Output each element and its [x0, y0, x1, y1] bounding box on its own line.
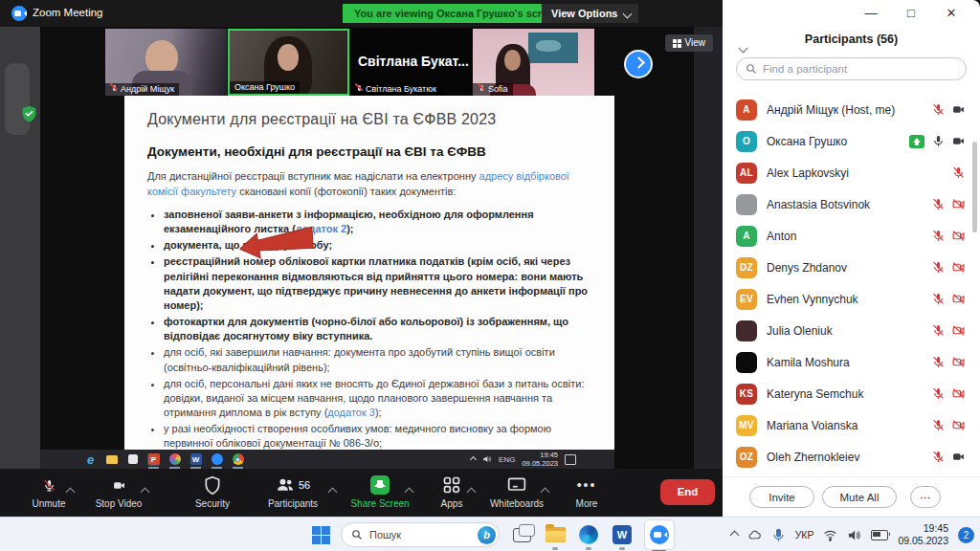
- participant-row[interactable]: Anastasia Botsvinok: [723, 188, 980, 220]
- list-item: у разі необхідності створення особливих …: [164, 422, 591, 451]
- video-tile-andrii[interactable]: Андрій Міщук: [105, 29, 227, 96]
- participant-row[interactable]: Kamila Moshura: [723, 346, 980, 378]
- panel-more-button[interactable]: ⋯: [910, 486, 941, 508]
- share-options-chevron[interactable]: [406, 482, 412, 499]
- participants-button[interactable]: 56 Participants: [255, 475, 331, 509]
- participant-row[interactable]: AL Alex Lapkovskyi: [723, 157, 980, 188]
- volume-icon[interactable]: [847, 528, 861, 542]
- wall-painting: [528, 33, 578, 63]
- viewing-screen-banner: You are viewing Оксана Грушко's screen: [343, 4, 571, 23]
- participant-row[interactable]: Julia Oleniuk: [723, 315, 980, 346]
- file-explorer-button[interactable]: [544, 523, 567, 546]
- powerpoint-icon[interactable]: P: [147, 453, 160, 466]
- taskbar-search-box[interactable]: Пошук b: [341, 522, 500, 547]
- participant-row[interactable]: O Оксана Грушко: [723, 125, 980, 157]
- participant-row[interactable]: MV Mariana Voianska: [723, 409, 980, 441]
- edge-button[interactable]: [577, 523, 600, 546]
- muted-mic-icon: [932, 198, 945, 210]
- maximize-button[interactable]: □: [897, 0, 925, 27]
- list-item: для осіб, які завершили навчання: докуме…: [164, 345, 591, 374]
- muted-mic-icon: [932, 261, 945, 274]
- taskbar-clock[interactable]: 19:4509.05.2023: [898, 522, 948, 547]
- end-meeting-button[interactable]: End: [660, 479, 715, 505]
- onedrive-cloud-icon[interactable]: [747, 528, 762, 542]
- screen-sharing-icon: [909, 135, 924, 148]
- video-tile-oksana-active[interactable]: Оксана Грушко: [228, 29, 349, 96]
- avatar: A: [736, 99, 757, 121]
- video-name-label: Світлана Букатюк: [350, 83, 441, 96]
- muted-mic-icon: [932, 419, 945, 431]
- muted-mic-icon: [478, 85, 485, 95]
- security-button[interactable]: Security: [174, 475, 251, 509]
- camera-off-icon: [952, 293, 965, 305]
- hidden-icons-chevron[interactable]: [729, 530, 739, 540]
- share-screen-icon: [370, 475, 390, 495]
- avatar: AL: [736, 163, 757, 184]
- shared-language-indicator[interactable]: ENG: [499, 455, 515, 464]
- word-button[interactable]: W: [611, 523, 634, 546]
- start-button[interactable]: [312, 526, 330, 544]
- edge-legacy-icon[interactable]: e: [84, 453, 97, 466]
- whiteboards-options-chevron[interactable]: [542, 482, 548, 499]
- more-dots-icon: •••: [577, 477, 597, 493]
- list-item: реєстраційний номер облікової картки пла…: [164, 254, 591, 313]
- participant-row[interactable]: OZ Oleh Zhernokleiev: [723, 441, 980, 473]
- chevron-right-icon: [633, 56, 645, 69]
- panel-scrollbar[interactable]: [972, 142, 977, 232]
- muted-mic-icon: [952, 166, 965, 179]
- notification-badge[interactable]: 2: [958, 527, 974, 543]
- battery-icon[interactable]: [871, 530, 888, 540]
- video-tile-sofia[interactable]: Sofia: [473, 29, 594, 96]
- language-indicator[interactable]: УКР: [795, 529, 814, 540]
- participant-row[interactable]: EV Evhen Vynnychuk: [723, 283, 980, 315]
- camera-off-icon: [952, 261, 965, 274]
- participant-name: Kateryna Semchuk: [767, 387, 923, 401]
- avatar: O: [736, 131, 757, 152]
- mic-in-use-icon[interactable]: [771, 528, 786, 542]
- video-options-chevron[interactable]: [142, 482, 148, 499]
- participant-row[interactable]: A Anton: [723, 220, 980, 252]
- audio-options-chevron[interactable]: [67, 482, 74, 499]
- find-participant-input[interactable]: Find a participant: [736, 57, 967, 80]
- view-layout-button[interactable]: View: [665, 34, 714, 52]
- video-tile-svitlana[interactable]: Світлана Букат... Світлана Букатюк: [350, 29, 472, 96]
- chrome-icon[interactable]: [232, 453, 244, 466]
- document-intro: Для дистанційної реєстрації вступник має…: [147, 169, 591, 200]
- list-item: для осіб, персональні дані яких не внося…: [164, 377, 591, 421]
- participant-row[interactable]: KS Kateryna Semchuk: [723, 378, 980, 409]
- participant-row[interactable]: A Андрій Міщук (Host, me): [723, 94, 980, 125]
- participants-title: Participants (56): [723, 33, 980, 46]
- zoom-icon[interactable]: [211, 453, 223, 466]
- more-button[interactable]: ••• More: [548, 475, 625, 509]
- participants-panel: Participants (56) Find a participant A А…: [723, 27, 980, 517]
- minimize-button[interactable]: —: [857, 0, 885, 27]
- zoom-taskbar-button-active[interactable]: [644, 519, 675, 550]
- word-icon[interactable]: W: [189, 453, 202, 466]
- participants-list: A Андрій Міщук (Host, me) O Оксана Грушк…: [723, 94, 980, 473]
- task-view-button[interactable]: [510, 523, 533, 546]
- apps-options-chevron[interactable]: [468, 482, 475, 499]
- participant-name: Anton: [767, 230, 923, 243]
- close-button[interactable]: ✕: [937, 0, 966, 27]
- video-name-label: Андрій Міщук: [105, 83, 179, 96]
- next-videos-button[interactable]: [626, 52, 651, 77]
- file-explorer-icon[interactable]: [105, 453, 118, 466]
- muted-mic-icon: [932, 356, 945, 368]
- participant-row[interactable]: DZ Denys Zhdanov: [723, 252, 980, 283]
- wifi-icon[interactable]: [823, 528, 837, 542]
- hidden-icons-chevron[interactable]: [470, 455, 477, 462]
- appendix-3-link[interactable]: додаток 3: [327, 407, 375, 418]
- participants-options-chevron[interactable]: [329, 482, 336, 499]
- view-options-button[interactable]: View Options: [542, 4, 638, 23]
- colorful-app-icon[interactable]: [168, 453, 181, 466]
- bing-chat-icon[interactable]: b: [478, 526, 496, 544]
- search-placeholder: Пошук: [369, 529, 401, 540]
- mute-all-button[interactable]: Mute All: [822, 486, 897, 508]
- invite-button[interactable]: Invite: [749, 486, 814, 508]
- unmute-button[interactable]: Unmute: [11, 475, 87, 509]
- store-icon[interactable]: [126, 453, 139, 466]
- notification-center-icon[interactable]: [565, 454, 576, 465]
- muted-mic-icon: [355, 85, 363, 95]
- shared-system-tray: ENG 19:4509.05.2023: [471, 451, 576, 468]
- list-item: заповненої заяви-анкети з інформацією, н…: [164, 208, 591, 236]
